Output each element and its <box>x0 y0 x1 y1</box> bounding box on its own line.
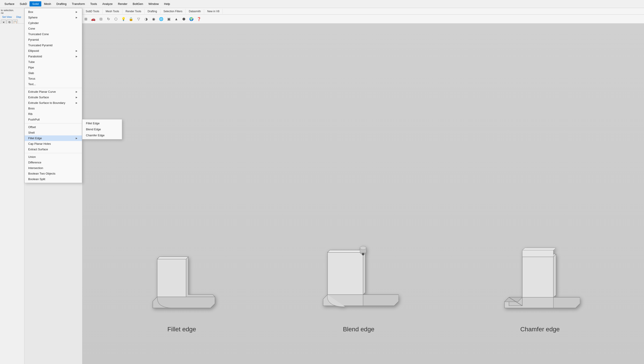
funnel-icon[interactable]: ▽ <box>135 16 142 23</box>
menu-entry-extrude-surface-boundary[interactable]: Extrude Surface to Boundary▶ <box>25 100 82 106</box>
menu-entry-pushpull[interactable]: PushPull <box>25 117 82 122</box>
car-icon[interactable]: 🚗 <box>90 16 97 23</box>
menu-item-drafting[interactable]: Drafting <box>54 1 69 7</box>
svg-marker-4 <box>157 257 188 259</box>
menu-entry-extract-surface[interactable]: Extract Surface <box>25 146 82 152</box>
fillet-edge-submenu: Fillet Edge Blend Edge Chamfer Edge <box>82 119 122 139</box>
menu-entry-cap-planar[interactable]: Cap Planar Holes <box>25 141 82 146</box>
grid-icon[interactable]: ⊞ <box>82 16 89 23</box>
nodes2-icon[interactable]: ⬢ <box>180 16 188 23</box>
svg-marker-7 <box>363 295 398 306</box>
main-viewport: Fillet edge <box>82 24 644 364</box>
shapes-area: Fillet edge <box>96 41 631 351</box>
menu-item-render[interactable]: Render <box>115 1 130 7</box>
tab-render-tools[interactable]: Render Tools <box>122 9 144 14</box>
chamfer-edge-shape: Chamfer edge <box>500 241 580 333</box>
blend-edge-svg <box>319 237 398 321</box>
submenu-fillet-edge[interactable]: Fillet Edge <box>82 120 122 126</box>
menu-entry-extrude-planar[interactable]: Extrude Planar Curve▶ <box>25 89 82 94</box>
svg-marker-6 <box>328 252 363 295</box>
tab-drafting[interactable]: Drafting <box>144 9 160 14</box>
menu-item-transform[interactable]: Transform <box>69 1 88 7</box>
menu-item-help[interactable]: Help <box>162 1 173 7</box>
fillet-edge-label: Fillet edge <box>168 326 196 333</box>
menu-item-solid[interactable]: Solid <box>30 1 41 7</box>
svg-point-12 <box>360 246 366 250</box>
tab-subd-tools[interactable]: SubD Tools <box>82 9 102 14</box>
svg-marker-17 <box>522 257 554 297</box>
menu-item-boltgen[interactable]: BoltGen <box>130 1 146 7</box>
menu-entry-boolean-split[interactable]: Boolean Split <box>25 176 82 182</box>
tab-mesh-tools[interactable]: Mesh Tools <box>102 9 122 14</box>
triangle-icon[interactable]: ▲ <box>173 16 180 23</box>
menu-entry-pyramid[interactable]: Pyramid <box>25 37 82 43</box>
svg-marker-25 <box>522 248 556 250</box>
menu-entry-slab[interactable]: Slab <box>25 70 82 76</box>
bulb-icon[interactable]: 💡 <box>120 16 127 23</box>
grid2-icon[interactable]: ⊟ <box>97 16 104 23</box>
fillet-edge-shape: Fillet edge <box>146 246 217 333</box>
menu-entry-union[interactable]: Union <box>25 154 82 160</box>
menu-item-subd[interactable]: SubD <box>17 1 30 7</box>
menu-entry-truncated-pyramid[interactable]: Truncated Pyramid <box>25 43 82 48</box>
fillet-edge-svg <box>146 246 217 321</box>
menu-entry-offset[interactable]: Offset <box>25 124 82 130</box>
menu-entry-cylinder[interactable]: Cylinder <box>25 20 82 26</box>
menu-entry-intersection[interactable]: Intersection <box>25 165 82 171</box>
earth-icon[interactable]: 🌍 <box>188 16 195 23</box>
menu-entry-ellipsoid[interactable]: Ellipsoid▶ <box>25 48 82 54</box>
tab-datasmith[interactable]: Datasmith <box>186 9 204 14</box>
disp-tab[interactable]: Disp <box>15 15 22 19</box>
menu-entry-pipe[interactable]: Pipe <box>25 65 82 70</box>
menu-item-window[interactable]: Window <box>146 1 162 7</box>
icon-toolbar: ⊞ 🚗 ⊟ ↻ ⬡ 💡 🔒 ▽ ◑ ◉ 🌐 ▣ ▲ ⬢ 🌍 ❓ <box>0 15 644 24</box>
separator-3 <box>25 153 82 153</box>
status-text2: ne <box>1 12 23 14</box>
blend-edge-label: Blend edge <box>343 326 374 333</box>
menu-entry-box[interactable]: Box▶ <box>25 9 82 15</box>
svg-marker-1 <box>153 297 215 308</box>
menu-item-analyze[interactable]: Analyze <box>100 1 115 7</box>
display-icon[interactable]: ▣ <box>165 16 172 23</box>
svg-marker-8 <box>328 250 365 252</box>
svg-marker-18 <box>554 297 580 308</box>
chamfer-edge-label: Chamfer edge <box>520 326 560 333</box>
set-view-tab[interactable]: Set View <box>1 15 13 19</box>
chamfer-edge-svg <box>500 241 580 321</box>
help-icon[interactable]: ❓ <box>196 16 202 23</box>
menu-entry-shell[interactable]: Shell <box>25 130 82 135</box>
circle-gradient-icon[interactable]: ◑ <box>142 16 150 23</box>
menu-entry-rib[interactable]: Rib <box>25 111 82 117</box>
menu-item-surface[interactable]: Surface <box>2 1 17 7</box>
submenu-chamfer-edge[interactable]: Chamfer Edge <box>82 132 122 138</box>
menu-entry-fillet-edge[interactable]: Fillet Edge▶ <box>25 135 82 141</box>
menu-entry-boolean-two[interactable]: Boolean Two Objects <box>25 171 82 176</box>
status-text1: to selection. <box>1 9 23 12</box>
svg-marker-9 <box>363 250 365 295</box>
menu-entry-torus[interactable]: Torus <box>25 76 82 81</box>
tab-new-in-v8[interactable]: New in V8 <box>204 9 223 14</box>
lock-icon[interactable]: 🔒 <box>128 16 134 23</box>
menu-entry-extrude-surface[interactable]: Extrude Surface▶ <box>25 94 82 100</box>
sphere-icon[interactable]: ◉ <box>150 16 157 23</box>
menu-entry-tube[interactable]: Tube <box>25 59 82 65</box>
svg-point-13 <box>362 253 364 255</box>
svg-marker-3 <box>186 257 215 297</box>
svg-marker-26 <box>522 250 554 257</box>
menu-entry-cone[interactable]: Cone <box>25 26 82 31</box>
menu-item-mesh[interactable]: Mesh <box>41 1 54 7</box>
nodes-icon[interactable]: ⬡ <box>112 16 120 23</box>
globe-icon[interactable]: 🌐 <box>158 16 165 23</box>
menu-entry-sphere[interactable]: Sphere▶ <box>25 15 82 20</box>
menu-entry-text[interactable]: Text... <box>25 81 82 87</box>
menu-entry-paraboloid[interactable]: Paraboloid▶ <box>25 54 82 59</box>
menu-entry-difference[interactable]: Difference <box>25 160 82 165</box>
top-left-panel: to selection. ne Set View Disp ✕ ⧉ 📋 <box>0 8 24 24</box>
menu-entry-boss[interactable]: Boss <box>25 106 82 111</box>
toolbar-tabs: Transform Curve Tools Surface Tools Soli… <box>0 8 644 15</box>
tab-selection-filters[interactable]: Selection Filters <box>160 9 186 14</box>
menu-item-tools[interactable]: Tools <box>88 1 100 7</box>
submenu-blend-edge[interactable]: Blend Edge <box>82 126 122 132</box>
menu-entry-truncated-cone[interactable]: Truncated Cone <box>25 31 82 37</box>
rotate-icon[interactable]: ↻ <box>105 16 112 23</box>
